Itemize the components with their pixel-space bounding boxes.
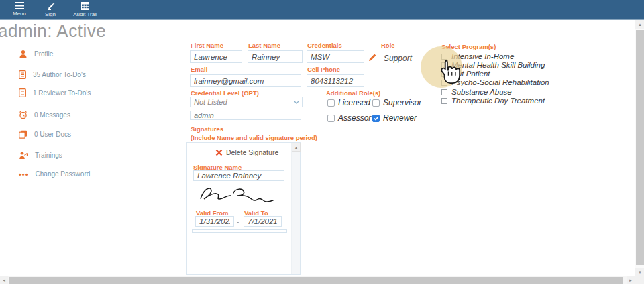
trainer-icon xyxy=(19,151,28,160)
checkbox-label: Assessor xyxy=(338,113,371,123)
top-toolbar: Menu Sign Audit Trail xyxy=(0,0,644,20)
sidebar-item-label: 0 Messages xyxy=(34,111,70,119)
checkbox-icon[interactable] xyxy=(441,80,447,86)
chevron-down-icon[interactable] xyxy=(290,97,302,107)
cell-phone-input[interactable] xyxy=(307,74,364,87)
program-label: Therapeutic Day Treatment xyxy=(451,97,545,105)
page-title: admin: Active xyxy=(0,21,106,42)
date-range-separator: - xyxy=(237,218,239,225)
person-icon xyxy=(19,50,28,58)
scroll-down-icon[interactable]: ▼ xyxy=(635,268,644,276)
sidebar-item-messages[interactable]: 0 Messages xyxy=(19,111,70,119)
sign-button[interactable]: Sign xyxy=(35,0,66,19)
delete-signature-button[interactable]: Delete Signature xyxy=(215,148,278,156)
signatures-note: (Include Name and valid signature period… xyxy=(191,134,317,141)
signature-panel-scrollbar[interactable]: ▲ xyxy=(291,143,300,274)
first-name-label: First Name xyxy=(191,42,223,49)
checkbox-icon[interactable] xyxy=(441,54,447,60)
first-name-input[interactable] xyxy=(190,50,242,63)
program-label: Out Patient xyxy=(451,70,490,78)
vertical-scrollbar-thumb[interactable] xyxy=(636,30,644,265)
cell-phone-label: Cell Phone xyxy=(307,66,340,73)
sidebar-item-label: Profile xyxy=(34,50,53,58)
valid-to-input[interactable] xyxy=(244,216,282,227)
checkbox-icon[interactable] xyxy=(327,115,335,122)
checkbox-icon[interactable] xyxy=(441,98,447,104)
username-input[interactable] xyxy=(190,111,301,120)
checkbox-icon[interactable] xyxy=(441,89,447,95)
program-item-intensive-in-home[interactable]: Intensive In-Home xyxy=(441,52,514,60)
scroll-right-icon[interactable]: ► xyxy=(627,276,635,284)
program-item-out-patient[interactable]: Out Patient xyxy=(441,70,490,78)
todo-list-icon xyxy=(19,88,26,97)
program-label: Intensive In-Home xyxy=(451,52,514,60)
documents-copy-icon xyxy=(19,130,28,139)
program-item-psycho-social[interactable]: Psycho-Social Rehabilitation xyxy=(441,78,549,86)
sidebar-item-label: Change Password xyxy=(36,170,91,178)
close-x-icon xyxy=(215,149,223,156)
checkbox-icon[interactable] xyxy=(441,62,447,68)
sidebar-item-label: 35 Author To-Do's xyxy=(33,71,86,78)
checkbox-reviewer[interactable]: Reviewer xyxy=(372,113,417,123)
program-item-substance-abuse[interactable]: Substance Abuse xyxy=(441,88,512,96)
signature-image xyxy=(195,184,276,208)
checkbox-icon[interactable] xyxy=(327,99,335,107)
edit-pencil-icon[interactable] xyxy=(368,53,377,62)
sidebar-item-label: Trainings xyxy=(35,152,62,159)
credential-level-value: Not Listed xyxy=(191,98,290,106)
email-input[interactable] xyxy=(190,74,301,87)
email-label: Email xyxy=(191,66,207,73)
horizontal-scrollbar[interactable]: ◄ ► xyxy=(0,276,635,284)
checkbox-assessor[interactable]: Assessor xyxy=(327,113,371,123)
credentials-label: Credentials xyxy=(307,42,342,49)
checkbox-label: Supervisor xyxy=(383,98,421,107)
select-programs-label: Select Program(s) xyxy=(441,43,496,50)
sidebar-item-author-todos[interactable]: 35 Author To-Do's xyxy=(19,70,86,79)
alarm-clock-icon xyxy=(19,111,28,119)
todo-list-icon xyxy=(19,70,26,79)
scroll-up-icon[interactable]: ▲ xyxy=(635,20,644,29)
checkbox-icon[interactable] xyxy=(372,99,380,107)
last-name-input[interactable] xyxy=(248,50,303,63)
sidebar-item-user-docs[interactable]: 0 User Docs xyxy=(19,130,71,139)
ellipsis-icon: ••• xyxy=(19,172,29,176)
signatures-label: Signatures xyxy=(191,125,223,133)
signature-panel: ▲ Delete Signature Signature Name Valid … xyxy=(186,142,301,275)
checkbox-icon[interactable] xyxy=(372,115,380,122)
audit-trail-button-label: Audit Trail xyxy=(73,11,97,17)
sidebar-item-label: 0 User Docs xyxy=(34,131,71,138)
scroll-up-icon[interactable]: ▲ xyxy=(292,143,301,152)
audit-trail-button[interactable]: Audit Trail xyxy=(66,0,105,19)
credential-level-label: Credential Level (OPT) xyxy=(191,89,259,97)
audit-grid-icon xyxy=(81,2,89,10)
delete-signature-label: Delete Signature xyxy=(226,148,278,156)
additional-roles-label: Additional Role(s) xyxy=(326,89,380,97)
horizontal-scrollbar-thumb[interactable] xyxy=(9,277,623,284)
role-value: Support xyxy=(384,54,412,63)
vertical-scrollbar[interactable]: ▲ ▼ xyxy=(635,20,644,276)
sidebar-item-profile[interactable]: Profile xyxy=(19,50,53,58)
menu-button[interactable]: Menu xyxy=(4,0,35,19)
program-item-therapeutic-day[interactable]: Therapeutic Day Treatment xyxy=(441,97,545,105)
sidebar-item-change-password[interactable]: ••• Change Password xyxy=(19,170,90,178)
signature-name-input[interactable] xyxy=(193,170,284,181)
app-window: Menu Sign Audit Trail admin: Active P xyxy=(0,0,644,297)
last-name-label: Last Name xyxy=(248,42,280,49)
sidebar-item-label: 1 Reviewer To-Do's xyxy=(33,89,91,97)
scrollbar-corner xyxy=(635,276,644,284)
sign-button-label: Sign xyxy=(45,11,56,17)
credentials-input[interactable] xyxy=(307,50,364,63)
program-item-mental-health[interactable]: Mental Health Skill Building xyxy=(441,61,545,69)
checkbox-licensed[interactable]: Licensed xyxy=(327,98,370,107)
scroll-left-icon[interactable]: ◄ xyxy=(0,276,8,284)
sidebar-item-reviewer-todos[interactable]: 1 Reviewer To-Do's xyxy=(19,88,91,97)
hamburger-icon xyxy=(15,2,24,9)
program-label: Psycho-Social Rehabilitation xyxy=(451,78,549,86)
sidebar-item-trainings[interactable]: Trainings xyxy=(19,151,62,160)
checkbox-supervisor[interactable]: Supervisor xyxy=(372,98,421,107)
role-label: Role xyxy=(381,42,395,49)
valid-from-input[interactable] xyxy=(195,216,234,227)
credential-level-select[interactable]: Not Listed xyxy=(190,97,303,107)
checkbox-icon[interactable] xyxy=(441,71,447,77)
next-signature-block-edge xyxy=(192,229,287,233)
